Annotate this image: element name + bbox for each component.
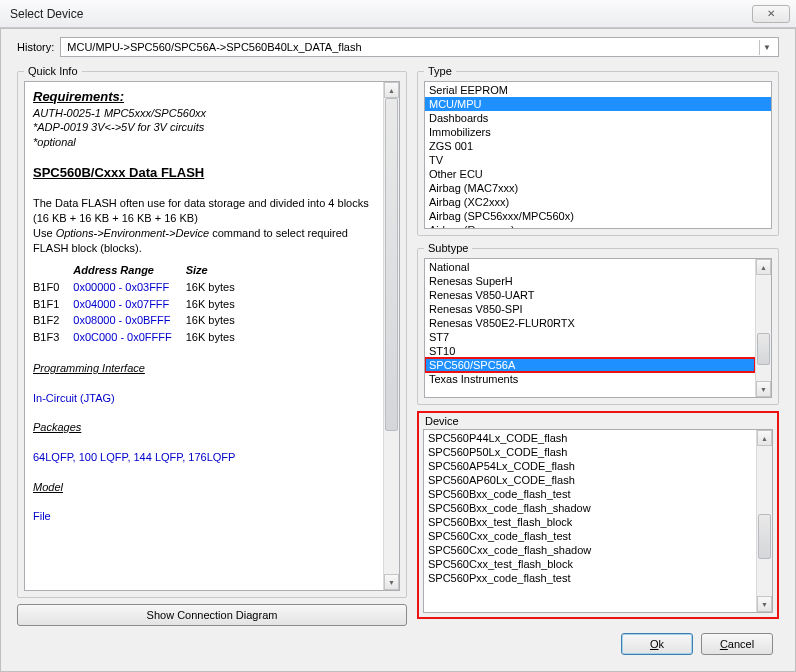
- list-item[interactable]: SPC560Cxx_test_flash_block: [424, 557, 756, 571]
- req-line-3: *optional: [33, 136, 76, 148]
- list-item[interactable]: National: [425, 260, 755, 274]
- req-line-2: *ADP-0019 3V<->5V for 3V circuits: [33, 121, 204, 133]
- list-item[interactable]: SPC560Pxx_code_flash_test: [424, 571, 756, 585]
- prog-if-value: In-Circuit (JTAG): [33, 392, 115, 404]
- scroll-down-icon[interactable]: ▼: [756, 381, 771, 397]
- subtype-listbox[interactable]: NationalRenesas SuperHRenesas V850-UARTR…: [424, 258, 772, 398]
- close-button[interactable]: ✕: [752, 5, 790, 23]
- close-icon: ✕: [767, 8, 775, 19]
- history-label: History:: [17, 41, 54, 53]
- show-connection-diagram-button[interactable]: Show Connection Diagram: [17, 604, 407, 626]
- list-item[interactable]: SPC560Cxx_code_flash_test: [424, 529, 756, 543]
- addr-row: B1F1 0x04000 - 0x07FFF 16K bytes: [33, 296, 249, 313]
- list-item[interactable]: Airbag (MAC7xxx): [425, 181, 771, 195]
- model-heading: Model: [33, 481, 63, 493]
- history-dropdown[interactable]: MCU/MPU->SPC560/SPC56A->SPC560B40Lx_DATA…: [60, 37, 779, 57]
- device-scrollbar[interactable]: ▲ ▼: [756, 430, 772, 612]
- list-item[interactable]: SPC560AP54Lx_CODE_flash: [424, 459, 756, 473]
- device-listbox[interactable]: SPC560P44Lx_CODE_flashSPC560P50Lx_CODE_f…: [423, 429, 773, 613]
- dialog-body: History: MCU/MPU->SPC560/SPC56A->SPC560B…: [0, 28, 796, 672]
- addr-row: B1F3 0x0C000 - 0x0FFFF 16K bytes: [33, 329, 249, 346]
- section-heading: SPC560B/Cxxx Data FLASH: [33, 164, 373, 182]
- model-value: File: [33, 510, 51, 522]
- type-group: Type Serial EEPROMMCU/MPUDashboardsImmob…: [417, 65, 779, 236]
- list-item[interactable]: TV: [425, 153, 771, 167]
- subtype-legend: Subtype: [424, 242, 472, 254]
- packages-value: 64LQFP, 100 LQFP, 144 LQFP, 176LQFP: [33, 451, 235, 463]
- device-legend: Device: [425, 415, 773, 427]
- quick-info-legend: Quick Info: [24, 65, 82, 77]
- list-item[interactable]: ST7: [425, 330, 755, 344]
- chevron-down-icon: ▼: [759, 40, 774, 55]
- list-item[interactable]: Texas Instruments: [425, 372, 755, 386]
- quick-info-group: Quick Info Requirements: AUTH-0025-1 MPC…: [17, 65, 407, 598]
- list-item[interactable]: SPC560Bxx_code_flash_shadow: [424, 501, 756, 515]
- list-item[interactable]: Renesas V850-UART: [425, 288, 755, 302]
- list-item[interactable]: SPC560Bxx_test_flash_block: [424, 515, 756, 529]
- list-item[interactable]: SPC560/SPC56A: [425, 358, 755, 372]
- list-item[interactable]: Airbag (Renesas): [425, 223, 771, 229]
- list-item[interactable]: Renesas V850E2-FLUR0RTX: [425, 316, 755, 330]
- list-item[interactable]: Serial EEPROM: [425, 83, 771, 97]
- window-title: Select Device: [10, 7, 83, 21]
- size-header: Size: [186, 262, 249, 279]
- list-item[interactable]: Immobilizers: [425, 125, 771, 139]
- list-item[interactable]: Airbag (SPC56xxx/MPC560x): [425, 209, 771, 223]
- list-item[interactable]: SPC560P44Lx_CODE_flash: [424, 431, 756, 445]
- scroll-up-icon[interactable]: ▲: [756, 259, 771, 275]
- prog-if-heading: Programming Interface: [33, 362, 145, 374]
- cancel-button[interactable]: Cancel: [701, 633, 773, 655]
- qi-para1: The Data FLASH often use for data storag…: [33, 197, 369, 224]
- packages-heading: Packages: [33, 421, 81, 433]
- ok-button[interactable]: Ok: [621, 633, 693, 655]
- quick-info-box: Requirements: AUTH-0025-1 MPC5xxx/SPC560…: [24, 81, 400, 591]
- type-listbox[interactable]: Serial EEPROMMCU/MPUDashboardsImmobilize…: [424, 81, 772, 229]
- type-legend: Type: [424, 65, 456, 77]
- list-item[interactable]: Dashboards: [425, 111, 771, 125]
- titlebar: Select Device ✕: [0, 0, 796, 28]
- list-item[interactable]: Other ECU: [425, 167, 771, 181]
- list-item[interactable]: SPC560Bxx_code_flash_test: [424, 487, 756, 501]
- list-item[interactable]: ST10: [425, 344, 755, 358]
- qi-para2b: Options->Environment->Device: [56, 227, 209, 239]
- list-item[interactable]: Airbag (XC2xxx): [425, 195, 771, 209]
- address-table: Address Range Size B1F0 0x00000 - 0x03FF…: [33, 262, 249, 346]
- history-row: History: MCU/MPU->SPC560/SPC56A->SPC560B…: [11, 37, 785, 57]
- list-item[interactable]: Renesas V850-SPI: [425, 302, 755, 316]
- qi-para2a: Use: [33, 227, 56, 239]
- quick-info-scrollbar[interactable]: ▲ ▼: [383, 82, 399, 590]
- list-item[interactable]: SPC560Cxx_code_flash_shadow: [424, 543, 756, 557]
- list-item[interactable]: Renesas SuperH: [425, 274, 755, 288]
- list-item[interactable]: MCU/MPU: [425, 97, 771, 111]
- list-item[interactable]: SPC560AP60Lx_CODE_flash: [424, 473, 756, 487]
- addr-row: B1F0 0x00000 - 0x03FFF 16K bytes: [33, 279, 249, 296]
- subtype-scrollbar[interactable]: ▲ ▼: [755, 259, 771, 397]
- history-value: MCU/MPU->SPC560/SPC56A->SPC560B40Lx_DATA…: [67, 41, 361, 53]
- subtype-group: Subtype NationalRenesas SuperHRenesas V8…: [417, 242, 779, 405]
- requirements-heading: Requirements:: [33, 89, 124, 104]
- scroll-down-icon[interactable]: ▼: [757, 596, 772, 612]
- addr-row: B1F2 0x08000 - 0x0BFFF 16K bytes: [33, 312, 249, 329]
- scroll-up-icon[interactable]: ▲: [757, 430, 772, 446]
- list-item[interactable]: ZGS 001: [425, 139, 771, 153]
- device-group-highlight: Device SPC560P44Lx_CODE_flashSPC560P50Lx…: [417, 411, 779, 619]
- scroll-down-icon[interactable]: ▼: [384, 574, 399, 590]
- scroll-up-icon[interactable]: ▲: [384, 82, 399, 98]
- list-item[interactable]: SPC560P50Lx_CODE_flash: [424, 445, 756, 459]
- addr-header: Address Range: [73, 262, 185, 279]
- req-line-1: AUTH-0025-1 MPC5xxx/SPC560xx: [33, 107, 206, 119]
